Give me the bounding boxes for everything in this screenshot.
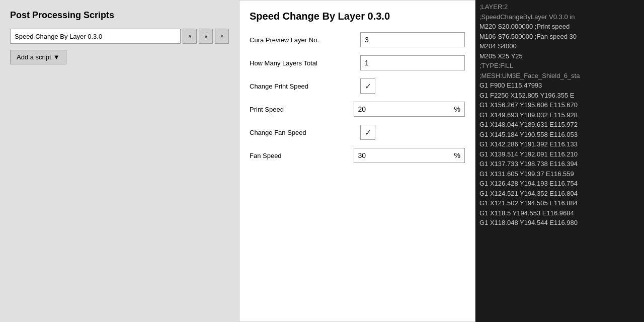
script-row: Speed Change By Layer 0.3.0 ∧ ∨ × — [10, 29, 229, 44]
code-line: G1 X137.733 Y198.738 E116.394 — [479, 159, 640, 169]
code-line: G1 X131.605 Y199.37 E116.559 — [479, 169, 640, 179]
input-fan-speed[interactable] — [354, 148, 450, 163]
code-line: ;TYPE:FILL — [479, 61, 640, 71]
code-line: ;MESH:UM3E_Face_Shield_6_sta — [479, 71, 640, 81]
remove-script-button[interactable]: × — [215, 29, 229, 44]
input-layers-total[interactable] — [360, 55, 465, 70]
form-row-print-speed: Print Speed % — [250, 102, 465, 117]
move-down-button[interactable]: ∨ — [199, 29, 213, 44]
script-title: Speed Change By Layer 0.3.0 — [250, 11, 465, 22]
code-line: G1 F2250 X152.805 Y196.355 E — [479, 91, 640, 101]
label-change-print-speed: Change Print Speed — [250, 83, 360, 90]
code-line: M204 S4000 — [479, 41, 640, 51]
checkbox-change-fan-speed[interactable]: ✓ — [360, 125, 375, 140]
code-line: G1 X118.048 Y194.544 E116.980 — [479, 218, 640, 228]
left-panel: Post Processing Scripts Speed Change By … — [0, 0, 239, 322]
form-row-change-print-speed: Change Print Speed ✓ — [250, 78, 465, 94]
checkbox-change-print-speed[interactable]: ✓ — [360, 78, 375, 94]
code-line: M106 S76.500000 ;Fan speed 30 — [479, 32, 640, 42]
form-row-fan-speed: Fan Speed % — [250, 148, 465, 163]
code-line: G1 X148.044 Y189.631 E115.972 — [479, 120, 640, 130]
code-line: G1 X124.521 Y194.352 E116.804 — [479, 189, 640, 199]
right-panel-code: ;LAYER:2;SpeedChangeByLayer V0.3.0 inM22… — [475, 0, 644, 322]
code-line: G1 X118.5 Y194.553 E116.9684 — [479, 208, 640, 218]
label-print-speed: Print Speed — [250, 106, 354, 113]
fan-speed-input-group: % — [354, 148, 465, 163]
add-script-label: Add a script — [17, 53, 51, 61]
code-line: G1 X142.286 Y191.392 E116.133 — [479, 139, 640, 149]
left-panel-title: Post Processing Scripts — [10, 10, 229, 21]
form-row-layers-total: How Many Layers Total — [250, 55, 465, 70]
code-line: G1 X139.514 Y192.091 E116.210 — [479, 149, 640, 159]
label-change-fan-speed: Change Fan Speed — [250, 129, 360, 136]
print-speed-input-group: % — [354, 102, 465, 117]
code-line: G1 F900 E115.47993 — [479, 80, 640, 91]
add-script-button[interactable]: Add a script ▼ — [10, 50, 66, 64]
code-line: G1 X121.502 Y194.505 E116.884 — [479, 198, 640, 208]
code-line: G1 X149.693 Y189.032 E115.928 — [479, 110, 640, 120]
label-fan-speed: Fan Speed — [250, 152, 354, 159]
print-speed-unit: % — [450, 102, 465, 117]
code-line: G1 X156.267 Y195.606 E115.670 — [479, 100, 640, 110]
label-layers-total: How Many Layers Total — [250, 59, 360, 67]
move-up-button[interactable]: ∧ — [183, 29, 197, 44]
add-script-dropdown-icon: ▼ — [53, 53, 60, 61]
input-print-speed[interactable] — [354, 102, 450, 117]
form-row-change-fan-speed: Change Fan Speed ✓ — [250, 125, 465, 140]
code-line: M205 X25 Y25 — [479, 51, 640, 61]
input-layer-no[interactable] — [360, 32, 465, 47]
form-row-layer-no: Cura Preview Layer No. — [250, 32, 465, 47]
code-line: G1 X145.184 Y190.558 E116.053 — [479, 130, 640, 140]
code-line: M220 S20.000000 ;Print speed — [479, 22, 640, 32]
label-layer-no: Cura Preview Layer No. — [250, 36, 360, 44]
middle-panel: Speed Change By Layer 0.3.0 Cura Preview… — [239, 0, 475, 322]
code-line: ;LAYER:2 — [479, 2, 640, 12]
code-line: G1 X126.428 Y194.193 E116.754 — [479, 179, 640, 189]
code-line: ;SpeedChangeByLayer V0.3.0 in — [479, 12, 640, 22]
script-name-display: Speed Change By Layer 0.3.0 — [10, 29, 181, 44]
fan-speed-unit: % — [450, 148, 465, 163]
